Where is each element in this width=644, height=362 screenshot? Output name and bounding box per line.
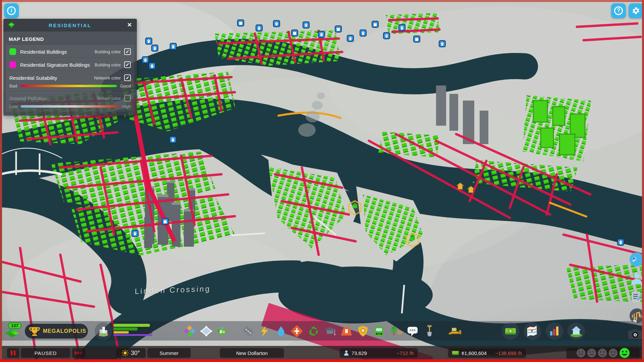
toolbar-education[interactable] [324,325,336,337]
levelup-marker[interactable] [169,136,176,143]
levelup-marker[interactable] [273,20,280,27]
toolbar-progression[interactable] [568,322,585,340]
help-button[interactable]: ? [611,3,626,18]
levelup-marker[interactable] [151,45,158,52]
progress-bar [113,331,129,334]
trophy-icon [29,325,40,337]
levelup-marker[interactable] [372,21,379,28]
photo-mode-button[interactable] [628,327,643,342]
journal-icon [630,291,643,303]
toolbar-economy[interactable]: ¢ [502,322,519,340]
bar-chart-icon [549,326,559,337]
toolbar-zoning[interactable] [183,325,196,337]
toolbar-terraforming[interactable] [423,325,435,337]
toolbar-parks[interactable] [390,325,402,337]
suitability-checkbox[interactable]: ✓ [124,74,131,81]
pollution-gradient [21,105,118,108]
speed-button[interactable] [72,348,86,358]
signature-building-marker[interactable] [347,200,362,217]
green-swatch [9,48,16,55]
journal-button[interactable] [629,290,644,304]
toolbar-transportation[interactable] [373,325,385,337]
ground-pollution-checkbox[interactable] [124,95,131,102]
house-notification-icon[interactable] [456,182,464,191]
toolbar-roads[interactable] [242,325,254,337]
levelup-marker[interactable] [237,19,244,26]
residential-icon [8,22,15,28]
svg-text:¢: ¢ [509,328,512,334]
face-neutral-icon [598,348,607,358]
toolbar-communications[interactable] [407,325,419,337]
electricity-icon [258,325,270,337]
money-widget[interactable]: ¢1,600,604 −138,699 /h [448,348,526,358]
toolbar-water[interactable] [275,325,287,337]
progress-bar [113,327,138,330]
toolbar-garbage[interactable] [308,325,320,337]
population-widget[interactable]: 73,629 −712 /h [339,348,418,358]
signature-building-marker[interactable] [405,232,420,249]
temperature-widget[interactable]: 30° [116,348,146,358]
levelup-marker[interactable] [149,62,156,69]
citizens-button[interactable] [629,271,644,286]
police-shield-icon [357,325,369,337]
landscaping-icon [216,325,228,337]
radio-button[interactable] [629,308,644,323]
home-icon [570,325,583,337]
levelup-marker[interactable] [303,21,310,28]
toolbar-statistics[interactable] [546,322,563,340]
levelup-marker[interactable] [383,32,390,39]
close-icon[interactable]: ✕ [125,21,133,29]
levelup-marker[interactable] [145,38,152,45]
speed-arrows-icon [75,351,83,355]
levelup-marker[interactable] [170,43,177,50]
city-name[interactable]: New Dollarton [220,348,284,358]
magenta-swatch [9,61,16,68]
house-notification-icon[interactable] [467,186,475,194]
money-rate: −138,699 /h [495,350,522,356]
milestone-progress-button[interactable] [95,322,112,340]
levelup-marker[interactable] [318,31,325,38]
levelup-marker[interactable] [335,25,342,33]
levelup-marker[interactable] [398,24,406,31]
face-sad-icon [587,348,596,358]
sun-icon [122,350,128,356]
education-icon [324,325,336,337]
toolbar-electricity[interactable] [258,325,270,337]
toolbar-landscaping[interactable] [216,325,228,337]
legend-row-signature-buildings: Residential Signature Buildings Building… [6,58,134,71]
levelup-marker[interactable] [413,36,420,43]
happiness-widget[interactable] [566,347,640,359]
toolbar-map-info[interactable] [524,322,541,340]
levelup-marker[interactable] [439,40,446,47]
money-icon [452,351,459,355]
levelup-marker[interactable] [360,29,367,37]
shovel-icon [423,325,435,337]
info-icon: i [7,6,16,15]
legend-section-title: MAP LEGEND [6,34,134,45]
levelup-marker[interactable] [131,230,139,237]
settings-button[interactable] [629,3,643,18]
levelup-marker[interactable] [347,35,354,42]
milestone-name-pill[interactable]: MEGALOPOLIS [25,324,88,339]
toolbar-fire-rescue[interactable] [340,325,353,337]
toolbar-police[interactable] [357,325,369,337]
levelup-marker[interactable] [142,56,149,63]
residential-buildings-checkbox[interactable]: ✓ [124,48,131,55]
pause-button[interactable] [7,348,19,358]
toolbar-bulldozer[interactable] [448,325,461,337]
chirper-button[interactable] [629,252,644,267]
toolbar-healthcare[interactable] [291,325,303,337]
toolbar-areas[interactable] [200,325,212,337]
legend-row-residential-buildings: Residential Buildings Building color ✓ [6,45,134,58]
season-widget[interactable]: Summer [147,348,191,358]
legend-row-ground-pollution: Ground Pollution Terrain color Low High [6,92,134,112]
levelup-marker[interactable] [291,29,298,37]
levelup-marker[interactable] [256,24,263,32]
population-rate: −712 /h [397,350,414,356]
levelup-marker[interactable] [617,239,624,246]
signature-buildings-checkbox[interactable]: ✓ [124,61,131,68]
xp-badge[interactable]: 137 [8,322,21,329]
levelup-marker[interactable] [162,218,169,225]
info-button[interactable]: i [4,3,19,18]
help-icon: ? [614,6,623,15]
